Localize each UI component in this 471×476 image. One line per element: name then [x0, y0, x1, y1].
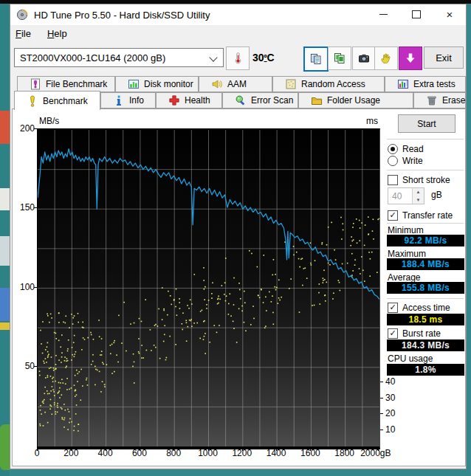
arrow-down-icon[interactable]: ▼ [413, 196, 424, 204]
tab-info[interactable]: Info [100, 92, 156, 108]
chevron-down-icon [209, 53, 217, 61]
desktop-icon-fragment [0, 236, 10, 266]
tab-error-scan[interactable]: Error Scan [222, 92, 298, 108]
thermometer-icon [232, 52, 244, 64]
minimum-label: Minimum [388, 225, 424, 235]
short-stroke-size-stepper[interactable]: 40 ▲▼ [388, 187, 424, 204]
tick-mark [259, 448, 260, 449]
maximum-label: Maximum [388, 249, 426, 258]
tick-mark [71, 448, 72, 451]
tick-mark [362, 448, 362, 449]
benchmark-icon [27, 95, 38, 107]
left-axis-tick: 50 [14, 361, 35, 371]
close-icon: × [447, 9, 453, 20]
temperature-button[interactable] [226, 46, 250, 70]
read-radio[interactable]: Read [388, 143, 424, 154]
checkbox-icon: ✓ [388, 210, 398, 221]
copy-image-button[interactable] [328, 46, 351, 70]
desktop-icon-fragment [0, 424, 10, 470]
exit-button[interactable]: Exit [424, 46, 464, 69]
maximum-value: 188.4 MB/s [387, 258, 464, 270]
left-axis-label: MB/s [39, 116, 59, 126]
tick-mark [54, 448, 55, 449]
tab-file-benchmark[interactable]: File Benchmark [17, 76, 115, 92]
health-icon [168, 94, 180, 106]
tab-erase[interactable]: Erase [413, 92, 466, 108]
burst-rate-value: 184.3 MB/s [387, 339, 464, 351]
tab-health[interactable]: Health [156, 92, 222, 108]
access-time-checkbox[interactable]: ✓ Access time [388, 302, 450, 313]
camera-button[interactable] [352, 46, 376, 70]
benchmark-chart [37, 128, 380, 449]
tick-mark [123, 448, 123, 449]
stepper-value: 40 [388, 188, 412, 204]
start-button-label: Start [417, 119, 436, 129]
tab-extra-tests[interactable]: Extra tests [385, 76, 466, 92]
window-title: HD Tune Pro 5.50 - Hard Disk/SSD Utility [34, 10, 210, 21]
folder-usage-icon [311, 94, 323, 106]
tab-disk-monitor[interactable]: Disk monitor [115, 76, 199, 92]
tick-mark [88, 448, 89, 449]
divider [387, 139, 464, 140]
copy-button[interactable] [303, 46, 329, 72]
tab-label: File Benchmark [46, 79, 107, 89]
desktop-icon-fragment [0, 111, 10, 144]
tab-folder-usage[interactable]: Folder Usage [298, 92, 413, 108]
tick-mark [34, 366, 37, 367]
tick-mark [140, 448, 140, 451]
drive-select-dropdown[interactable]: ST2000VX000-1CU164 (2000 gB) [14, 48, 224, 67]
tab-aam[interactable]: AAM [199, 76, 272, 92]
hand-button[interactable] [374, 46, 398, 70]
left-axis-tick: 200 [14, 123, 35, 134]
stepper-arrows[interactable]: ▲▼ [412, 188, 424, 204]
tab-random-access[interactable]: Random Access [272, 76, 385, 92]
tick-mark [173, 448, 174, 451]
close-button[interactable]: × [437, 4, 462, 24]
short-stroke-label: Short stroke [402, 175, 450, 185]
benchmark-controls: Start Read Write ✓ Short stroke 40 ▲▼ gB [385, 109, 467, 467]
arrow-up-icon[interactable]: ▲ [413, 188, 424, 196]
burst-rate-checkbox[interactable]: ✓ Burst rate [388, 328, 441, 339]
tab-label: Health [185, 95, 210, 106]
maximize-icon [412, 10, 421, 18]
menu-item-file[interactable]: File [16, 28, 31, 39]
cpu-usage-value: 1.8% [387, 364, 464, 376]
download-icon [405, 52, 416, 64]
tick-mark [34, 128, 37, 129]
tab-benchmark[interactable]: Benchmark [14, 91, 100, 110]
transfer-rate-checkbox[interactable]: ✓ Transfer rate [388, 210, 453, 221]
average-label: Average [388, 272, 420, 282]
disk-icon [16, 9, 28, 21]
menu-item-help[interactable]: Help [47, 28, 67, 39]
write-radio[interactable]: Write [388, 155, 423, 166]
download-button[interactable] [399, 46, 422, 70]
aam-icon [211, 78, 223, 90]
tick-mark [380, 413, 383, 414]
tab-row-top: File BenchmarkDisk monitorAAMRandom Acce… [10, 76, 466, 92]
copy-image-icon [334, 52, 345, 64]
random-access-icon [285, 78, 297, 90]
read-radio-label: Read [402, 144, 424, 154]
tick-mark [293, 448, 294, 449]
tick-mark [380, 430, 383, 430]
access-time-label: Access time [402, 303, 450, 313]
menu-bar: FileHelp [10, 25, 466, 42]
app-window: HD Tune Pro 5.50 - Hard Disk/SSD Utility… [10, 4, 467, 469]
toolbar: ST2000VX000-1CU164 (2000 gB) 30ºC Exit [10, 42, 466, 76]
access-time-value: 18.5 ms [387, 314, 464, 325]
left-axis-tick: 150 [14, 202, 35, 213]
copy-icon [310, 53, 322, 65]
tick-mark [378, 448, 379, 451]
tick-mark [225, 448, 226, 449]
start-button[interactable]: Start [398, 114, 455, 133]
erase-icon [426, 94, 438, 106]
minimize-button[interactable] [371, 4, 396, 24]
tab-label: Benchmark [43, 96, 88, 106]
maximize-button[interactable] [404, 4, 429, 24]
short-stroke-checkbox[interactable]: ✓ Short stroke [388, 174, 450, 185]
camera-icon [358, 52, 370, 64]
benchmark-panel: MB/s ms 20015010050403020100200400600800… [12, 108, 466, 466]
tick-mark [106, 448, 106, 451]
tab-label: AAM [227, 79, 247, 89]
desktop-icon-fragment [0, 288, 10, 321]
